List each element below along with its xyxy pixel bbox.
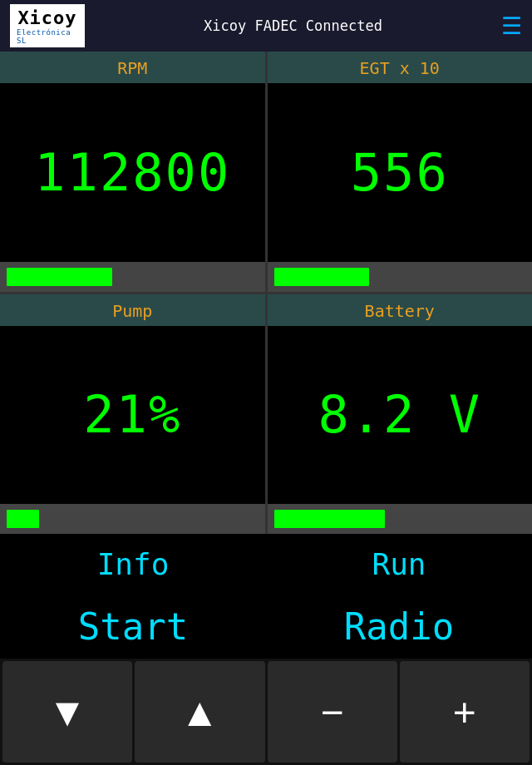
logo: Xicoy Electrónica SL (10, 4, 85, 47)
down-arrow-button[interactable]: ▼ (2, 661, 132, 763)
up-arrow-icon: ▲ (180, 689, 220, 735)
app-header: Xicoy Electrónica SL Xicoy FADEC Connect… (0, 0, 532, 52)
header-title: Xicoy FADEC Connected (85, 17, 501, 34)
info-run-row: Info Run (0, 534, 532, 594)
start-radio-row: Start Radio (0, 594, 532, 659)
plus-icon: + (453, 689, 476, 735)
gauge-bar-1 (274, 268, 370, 286)
gauge-value-1: 556 (351, 83, 449, 262)
start-button[interactable]: Start (0, 605, 266, 648)
gauge-bar-container-1 (268, 262, 533, 292)
gauge-value-2: 21% (83, 326, 181, 505)
run-button[interactable]: Run (266, 534, 532, 594)
gauge-label-3: Battery (268, 294, 533, 326)
gauge-bar-2 (7, 510, 39, 528)
gauge-bar-container-2 (0, 504, 265, 534)
minus-button[interactable]: − (268, 661, 397, 763)
arrow-buttons-row: ▼▲−+ (0, 659, 532, 765)
gauge-label-0: RPM (0, 52, 265, 83)
gauge-bar-3 (274, 510, 385, 528)
gauge-bar-container-0 (0, 262, 265, 292)
menu-icon[interactable]: ☰ (501, 12, 522, 40)
gauge-label-2: Pump (0, 294, 265, 326)
down-arrow-icon: ▼ (47, 689, 87, 735)
gauge-cell-1: EGT x 10556 (268, 52, 533, 292)
gauge-cell-2: Pump21% (0, 294, 265, 535)
radio-button[interactable]: Radio (266, 605, 532, 648)
logo-text-top: Xicoy (17, 7, 76, 28)
gauge-bar-0 (7, 268, 112, 286)
gauge-label-1: EGT x 10 (268, 52, 533, 83)
minus-icon: − (321, 689, 344, 735)
gauge-bar-container-3 (268, 504, 533, 534)
plus-button[interactable]: + (400, 661, 530, 763)
gauge-value-3: 8.2 V (318, 326, 481, 505)
gauge-value-0: 112800 (34, 83, 230, 262)
logo-text-bottom: Electrónica SL (17, 28, 78, 45)
up-arrow-button[interactable]: ▲ (135, 661, 264, 763)
gauge-cell-0: RPM112800 (0, 52, 265, 292)
info-button[interactable]: Info (0, 534, 266, 594)
gauge-grid: RPM112800EGT x 10556Pump21%Battery8.2 V (0, 52, 532, 534)
gauge-cell-3: Battery8.2 V (268, 294, 533, 535)
